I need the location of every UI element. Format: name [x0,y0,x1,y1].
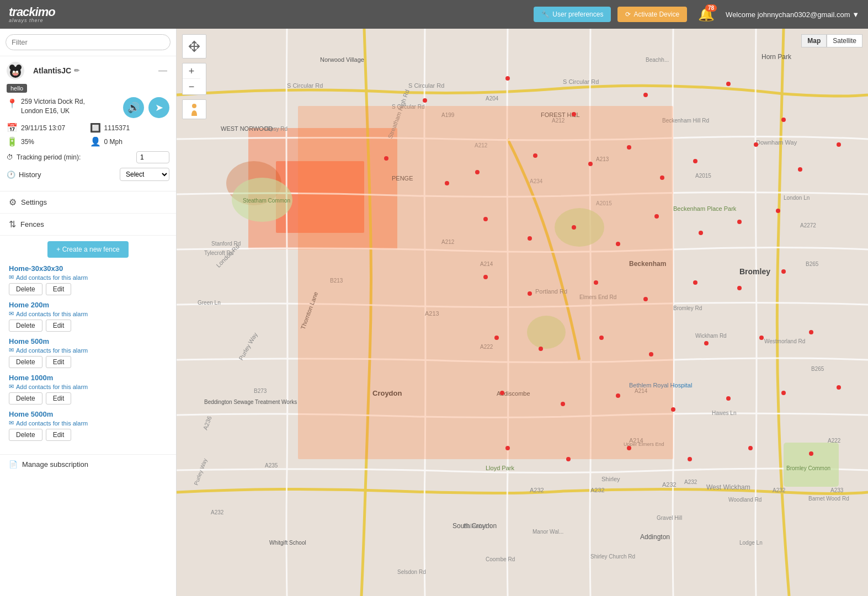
map-pin [837,142,841,147]
map-pin [588,162,593,166]
svg-text:Whitgift School: Whitgift School [269,540,306,546]
fence-contact-3[interactable]: ✉ Add contacts for this alarm [9,383,167,390]
fence-contact-2[interactable]: ✉ Add contacts for this alarm [9,347,167,354]
fence-delete-button-2[interactable]: Delete [9,356,42,368]
map-pin [423,98,427,103]
svg-text:Purley Way: Purley Way [193,457,209,486]
locate-me-button[interactable] [182,99,206,119]
map-pin [699,231,703,235]
svg-text:South Croydon: South Croydon [452,522,497,530]
zoom-out-button[interactable]: − [183,79,200,94]
fence-contact-0[interactable]: ✉ Add contacts for this alarm [9,274,167,281]
manage-sub-text: Manage subscription [22,460,88,469]
svg-text:A232: A232 [530,487,544,493]
satellite-view-button[interactable]: Satellite [827,34,862,47]
activate-device-button[interactable]: ⟳ Activate Device [617,7,687,22]
create-fence-label: + Create a new fence [56,246,119,253]
svg-text:S Circular Rd: S Circular Rd [408,82,444,89]
tracking-period-input[interactable] [136,151,169,163]
svg-text:Gravel Hill: Gravel Hill [657,515,682,521]
fence-contact-4[interactable]: ✉ Add contacts for this alarm [9,419,167,427]
device-minimize-button[interactable]: — [156,66,169,76]
map-type-controls: Map Satellite [801,34,862,47]
user-prefs-label: User preferences [552,10,603,18]
fence-buttons-0: Delete Edit [9,283,167,295]
svg-text:A233: A233 [830,487,844,493]
svg-text:Bromley Rd: Bromley Rd [673,305,702,311]
fence-edit-button-1[interactable]: Edit [46,320,72,332]
navigate-button[interactable]: ➤ [148,97,169,118]
map-view-button[interactable]: Map [801,34,827,47]
device-edit-icon[interactable]: ✏ [74,67,79,74]
fence-delete-button-3[interactable]: Delete [9,392,42,405]
svg-text:Bromley: Bromley [739,267,770,276]
create-fence-button[interactable]: + Create a new fence [47,241,128,258]
notification-button[interactable]: 🔔 78 [698,7,715,22]
fence-name-2[interactable]: Home 500m [9,337,167,345]
filter-input[interactable] [6,34,171,50]
map-pin [704,341,709,345]
map-pin [539,347,543,351]
fence-edit-button-0[interactable]: Edit [46,283,72,295]
sound-button[interactable]: 🔊 [123,97,144,118]
puzzle-icon: 🔲 [90,123,101,133]
svg-text:Stanford Rd: Stanford Rd [211,241,241,247]
svg-text:Green Ln: Green Ln [198,300,221,306]
activate-label: Activate Device [633,10,679,18]
map-pin [533,153,537,158]
fence-delete-button-1[interactable]: Delete [9,320,42,332]
fence-name-0[interactable]: Home-30x30x30 [9,264,167,273]
svg-text:A232: A232 [211,509,224,515]
fence-edit-button-3[interactable]: Edit [46,392,72,405]
envelope-icon-4: ✉ [9,419,14,427]
map-pin [528,291,532,296]
sidebar-item-settings[interactable]: ⚙ Settings [0,191,176,214]
svg-text:Wickham Rd: Wickham Rd [695,333,727,339]
map-pin [776,209,780,213]
map-navigation-controls: + − [182,34,206,119]
svg-text:Bromley Common: Bromley Common [786,465,830,471]
map-pin [688,457,692,461]
map-pin [500,391,504,395]
svg-text:A2015: A2015 [695,173,711,179]
sidebar: AtlantisJC ✏ — hello 📍 259 Victoria Dock… [0,29,177,596]
history-select[interactable]: Select Today Yesterday This week [120,168,169,181]
svg-text:A204: A204 [486,95,499,102]
fence-item-0: Home-30x30x30 ✉ Add contacts for this al… [9,264,167,295]
fence-item-2: Home 500m ✉ Add contacts for this alarm … [9,337,167,368]
logo-text: trackimo [9,5,55,19]
svg-text:Shirley Church Rd: Shirley Church Rd [590,554,635,560]
envelope-icon-0: ✉ [9,274,14,281]
sidebar-item-fences[interactable]: ⇅ Fences [0,214,176,236]
fence-contact-1[interactable]: ✉ Add contacts for this alarm [9,310,167,317]
svg-text:Beddington Sewage Treatment Wo: Beddington Sewage Treatment Works [204,399,297,405]
manage-subscription-item[interactable]: 📄 Manage subscription [0,454,176,474]
map-container[interactable]: S Circular Rd S Circular Rd S Circular R… [177,29,868,596]
welcome-text: Welcome johnnychan0302@gmail.com ▼ [726,10,859,19]
speed-text: 0 Mph [104,138,123,146]
fence-name-3[interactable]: Home 1000m [9,374,167,382]
svg-text:A232: A232 [684,479,697,485]
fence-delete-button-4[interactable]: Delete [9,429,42,441]
history-icon: 🕐 [7,171,15,179]
fence-contact-label-1: Add contacts for this alarm [16,311,88,317]
zoom-in-button[interactable]: + [183,63,200,79]
fence-delete-button-0[interactable]: Delete [9,283,42,295]
svg-text:Westmorland Rd: Westmorland Rd [764,338,805,344]
fence-name-1[interactable]: Home 200m [9,301,167,309]
fence-edit-button-2[interactable]: Edit [46,356,72,368]
map-pin [809,451,813,456]
svg-text:A2272: A2272 [800,222,816,228]
fence-edit-button-4[interactable]: Edit [46,429,72,441]
address-line2: London E16, UK [21,107,85,116]
fence-name-4[interactable]: Home 5000m [9,410,167,418]
map-pan-control[interactable] [182,34,206,58]
user-preferences-button[interactable]: 🔧 User preferences [534,7,611,22]
fence-buttons-4: Delete Edit [9,429,167,441]
svg-text:B273: B273 [254,388,267,394]
svg-text:Lodge Ln: Lodge Ln [739,540,763,546]
map-pin [737,220,742,224]
map-pin [798,167,802,172]
svg-text:Lloyd Park: Lloyd Park [486,465,514,471]
logo: trackimo always there [9,6,55,23]
